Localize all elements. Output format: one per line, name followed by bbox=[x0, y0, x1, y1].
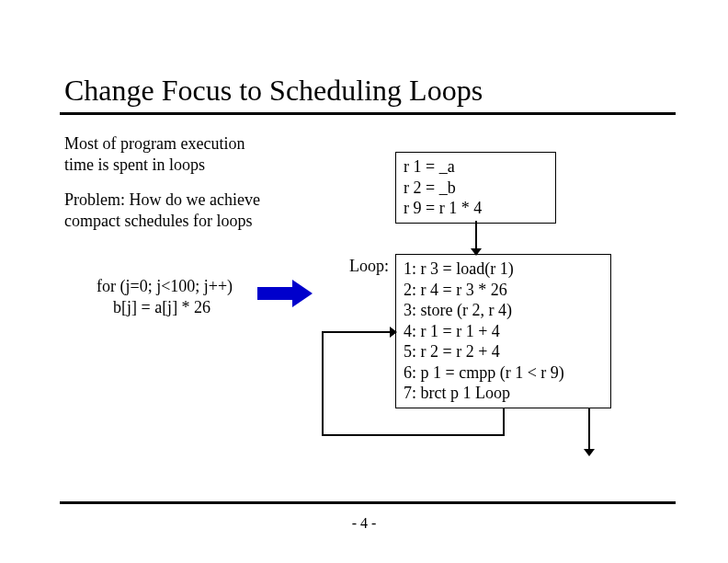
loop-line3: 3: store (r 2, r 4) bbox=[404, 300, 603, 321]
backedge-segment-horiz bbox=[322, 434, 505, 436]
page-number: - 4 - bbox=[0, 515, 728, 532]
intro-text-2: Problem: How do we achieve compact sched… bbox=[64, 190, 267, 231]
loop-line1: 1: r 3 = load(r 1) bbox=[404, 259, 603, 280]
arrow-right-icon bbox=[257, 280, 313, 307]
init-block-box: r 1 = _a r 2 = _b r 9 = r 1 * 4 bbox=[395, 152, 556, 224]
title-underline bbox=[60, 112, 676, 115]
arrowhead-exit-icon bbox=[584, 449, 595, 456]
init-line2: r 2 = _b bbox=[404, 178, 548, 199]
intro-text-1: Most of program execution time is spent … bbox=[64, 133, 267, 175]
loop-line4: 4: r 1 = r 1 + 4 bbox=[404, 321, 603, 342]
loop-label: Loop: bbox=[349, 257, 389, 276]
backedge-segment-down bbox=[503, 408, 505, 436]
svg-marker-1 bbox=[292, 280, 313, 307]
svg-rect-0 bbox=[257, 287, 292, 300]
backedge-segment-up bbox=[322, 331, 324, 436]
loop-line5: 5: r 2 = r 2 + 4 bbox=[404, 341, 603, 362]
init-line1: r 1 = _a bbox=[404, 156, 548, 178]
slide-title: Change Focus to Scheduling Loops bbox=[64, 74, 483, 108]
for-loop-line2: b[j] = a[j] * 26 bbox=[97, 297, 233, 318]
init-line3: r 9 = r 1 * 4 bbox=[404, 198, 548, 219]
loop-line7: 7: brct p 1 Loop bbox=[404, 383, 603, 404]
backedge-segment-into bbox=[322, 331, 395, 333]
loop-line6: 6: p 1 = cmpp (r 1 < r 9) bbox=[404, 362, 603, 384]
exit-edge bbox=[588, 408, 590, 454]
for-loop-code: for (j=0; j<100; j++) b[j] = a[j] * 26 bbox=[97, 276, 233, 317]
loop-body-box: 1: r 3 = load(r 1) 2: r 4 = r 3 * 26 3: … bbox=[395, 254, 611, 408]
footer-rule bbox=[60, 501, 676, 504]
arrowhead-right-icon bbox=[390, 327, 397, 338]
loop-line2: 2: r 4 = r 3 * 26 bbox=[404, 280, 603, 301]
for-loop-line1: for (j=0; j<100; j++) bbox=[97, 276, 233, 297]
